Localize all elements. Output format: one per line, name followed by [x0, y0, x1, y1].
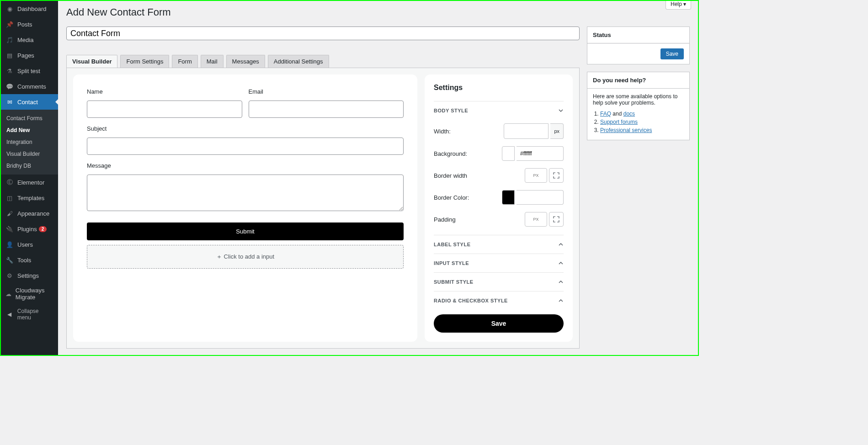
tab-form-settings[interactable]: Form Settings [120, 55, 169, 68]
mail-icon: ✉ [5, 98, 14, 106]
help-label: Help [671, 1, 682, 7]
sidebar-item-label: Contact [17, 99, 38, 106]
sidebar-item-cloudways[interactable]: ☁Cloudways Migrate [1, 283, 58, 304]
help-title: Do you need help? [587, 72, 689, 89]
submenu-item-integration[interactable]: Integration [1, 136, 58, 148]
main-content: Help ▾ Add New Contact Form Visual Build… [58, 1, 698, 355]
support-link[interactable]: Support forums [600, 119, 638, 125]
sidebar-item-templates[interactable]: ◫Templates [1, 190, 58, 206]
brush-icon: 🖌 [5, 209, 14, 217]
help-tab[interactable]: Help ▾ [666, 1, 691, 10]
docs-link[interactable]: docs [623, 111, 635, 117]
border-color-swatch[interactable] [502, 190, 515, 205]
pin-icon: 📌 [5, 20, 14, 28]
chevron-down-icon: ▾ [683, 1, 686, 7]
tab-form[interactable]: Form [172, 55, 197, 68]
sidebar-item-label: Settings [17, 272, 39, 279]
comment-icon: 💬 [5, 82, 14, 90]
help-item-support: Support forums [600, 119, 684, 125]
add-input-button[interactable]: ＋ Click to add a input [87, 245, 404, 269]
expand-border-width[interactable] [549, 168, 564, 183]
sidebar-item-label: Media [17, 37, 33, 43]
sidebar-item-media[interactable]: 🎵Media [1, 32, 58, 48]
plugins-badge: 2 [39, 226, 47, 232]
add-input-label: Click to add a input [224, 253, 275, 260]
pages-icon: ▤ [5, 51, 14, 59]
field-email: Email [249, 88, 404, 118]
sidebar-item-contact[interactable]: ✉Contact [1, 94, 58, 110]
sidebar-item-label: Elementor [17, 179, 44, 186]
split-icon: ⚗ [5, 67, 14, 75]
accordion-label: RADIO & CHECKBOX STYLE [434, 298, 508, 303]
sidebar-item-label: Comments [17, 83, 46, 90]
help-intro: Here are some available options to help … [593, 93, 684, 106]
accordion-radio-style[interactable]: RADIO & CHECKBOX STYLE [434, 291, 564, 310]
accordion-label: BODY STYLE [434, 108, 468, 113]
accordion-label-style[interactable]: LABEL STYLE [434, 235, 564, 254]
submenu-item-add-new[interactable]: Add New [1, 124, 58, 136]
submenu-item-contact-forms[interactable]: Contact Forms [1, 112, 58, 124]
tabs: Visual Builder Form Settings Form Mail M… [66, 55, 580, 68]
accordion-input-style[interactable]: INPUT STYLE [434, 254, 564, 272]
expand-icon [553, 172, 559, 179]
sidebar-item-settings[interactable]: ⚙Settings [1, 268, 58, 283]
email-input[interactable] [249, 101, 404, 118]
border-width-input[interactable] [525, 168, 547, 183]
accordion-submit-style[interactable]: SUBMIT STYLE [434, 272, 564, 291]
sidebar-item-split-test[interactable]: ⚗Split test [1, 63, 58, 79]
width-input[interactable] [504, 123, 548, 139]
padding-input[interactable] [525, 212, 547, 227]
tab-messages[interactable]: Messages [226, 55, 265, 68]
border-color-input[interactable] [517, 190, 564, 205]
border-width-label: Border width [434, 172, 467, 179]
save-form-button[interactable]: Save [660, 48, 684, 59]
accordion-label: SUBMIT STYLE [434, 279, 474, 285]
tab-additional-settings[interactable]: Additional Settings [268, 55, 329, 68]
pro-link[interactable]: Professional services [600, 127, 652, 133]
sidebar-item-comments[interactable]: 💬Comments [1, 79, 58, 94]
page-title: Add New Contact Form [66, 6, 690, 18]
accordion-label: LABEL STYLE [434, 242, 470, 247]
name-input[interactable] [87, 101, 242, 118]
form-title-input[interactable] [66, 26, 580, 40]
collapse-menu[interactable]: ◀Collapse menu [1, 304, 58, 324]
submenu-item-bridhy-db[interactable]: Bridhy DB [1, 160, 58, 172]
sidebar-item-label: Split test [17, 68, 40, 74]
message-textarea[interactable] [87, 175, 404, 211]
templates-icon: ◫ [5, 194, 14, 202]
submit-button[interactable]: Submit [87, 222, 404, 240]
submenu-item-visual-builder[interactable]: Visual Builder [1, 148, 58, 160]
save-settings-button[interactable]: Save [434, 314, 564, 333]
sidebar-item-pages[interactable]: ▤Pages [1, 48, 58, 63]
background-swatch[interactable] [502, 146, 515, 161]
collapse-icon: ◀ [5, 310, 14, 318]
expand-padding[interactable] [549, 212, 564, 227]
accordion-body-style[interactable]: BODY STYLE [434, 101, 564, 120]
tab-mail[interactable]: Mail [201, 55, 224, 68]
chevron-up-icon [558, 279, 564, 285]
sidebar-item-label: Posts [17, 21, 32, 28]
sidebar-item-elementor[interactable]: ⒺElementor [1, 175, 58, 190]
background-input[interactable] [517, 146, 564, 161]
collapse-label: Collapse menu [17, 308, 53, 321]
sidebar-item-appearance[interactable]: 🖌Appearance [1, 206, 58, 221]
tab-visual-builder[interactable]: Visual Builder [66, 55, 117, 68]
sidebar-item-posts[interactable]: 📌Posts [1, 16, 58, 32]
field-subject: Subject [87, 125, 404, 155]
sidebar-item-users[interactable]: 👤Users [1, 237, 58, 252]
sidebar-item-plugins[interactable]: 🔌Plugins2 [1, 221, 58, 237]
background-label: Background: [434, 150, 467, 157]
sidebar-submenu: Contact Forms Add New Integration Visual… [1, 110, 58, 175]
message-label: Message [87, 162, 404, 169]
faq-link[interactable]: FAQ [600, 111, 611, 117]
border-color-label: Border Color: [434, 194, 469, 201]
field-message: Message [87, 162, 404, 212]
chevron-down-icon [558, 108, 564, 113]
expand-icon [553, 216, 559, 222]
sidebar-item-dashboard[interactable]: ◉Dashboard [1, 1, 58, 16]
width-unit[interactable]: px [550, 123, 564, 139]
sidebar-item-tools[interactable]: 🔧Tools [1, 252, 58, 268]
sidebar-item-label: Cloudways Migrate [16, 287, 54, 301]
sidebar-item-label: Users [17, 241, 33, 248]
subject-input[interactable] [87, 138, 404, 155]
